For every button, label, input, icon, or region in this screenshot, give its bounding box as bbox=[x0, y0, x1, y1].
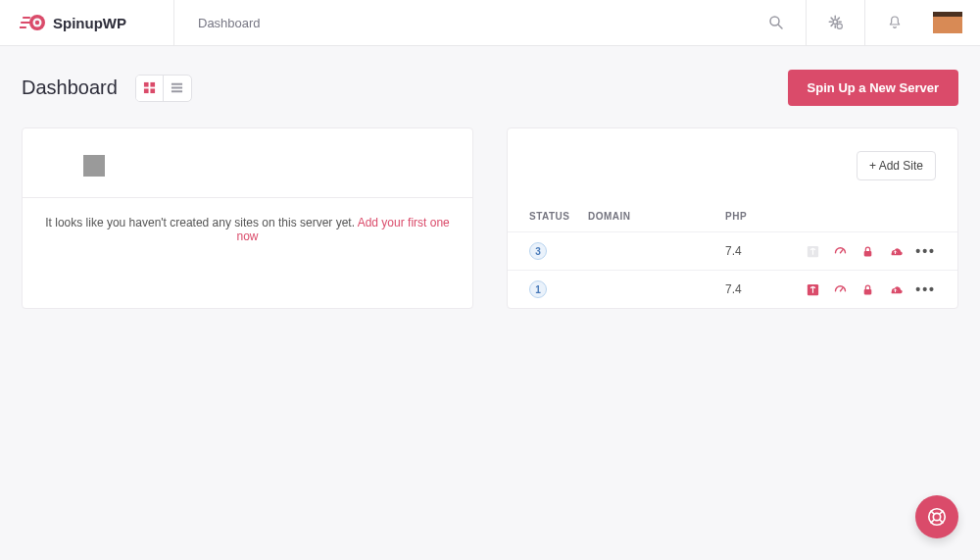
more-button[interactable]: ••• bbox=[915, 243, 936, 259]
breadcrumb[interactable]: Dashboard bbox=[174, 0, 747, 45]
logo-text: SpinupWP bbox=[53, 15, 126, 31]
server-card-header: + Add Site bbox=[508, 128, 957, 197]
view-toggle bbox=[135, 75, 192, 102]
row-actions: ••• bbox=[804, 243, 936, 259]
svg-point-5 bbox=[833, 20, 838, 25]
add-site-button[interactable]: + Add Site bbox=[857, 151, 936, 180]
lifebuoy-icon bbox=[926, 506, 948, 528]
svg-point-6 bbox=[837, 24, 842, 28]
svg-rect-19 bbox=[864, 288, 872, 293]
site-row[interactable]: 3 7.4 ••• bbox=[508, 231, 957, 270]
site-row[interactable]: 1 7.4 ••• bbox=[508, 270, 957, 308]
svg-line-18 bbox=[841, 287, 844, 290]
search-icon bbox=[767, 14, 785, 31]
svg-rect-9 bbox=[144, 88, 149, 93]
settings-button[interactable] bbox=[806, 0, 864, 45]
svg-point-21 bbox=[933, 513, 940, 520]
empty-state: It looks like you haven't created any si… bbox=[23, 198, 472, 265]
server-card-header bbox=[23, 128, 472, 197]
svg-line-4 bbox=[778, 25, 782, 28]
site-php: 7.4 bbox=[725, 244, 804, 258]
row-actions: ••• bbox=[804, 281, 936, 297]
app-header: SpinupWP Dashboard bbox=[0, 0, 980, 46]
page-header: Dashboard Spin Up a New Server bbox=[0, 46, 980, 127]
view-list-button[interactable] bbox=[164, 76, 191, 101]
more-button[interactable]: ••• bbox=[915, 281, 936, 297]
logo-icon bbox=[20, 12, 47, 33]
grid-icon bbox=[143, 81, 156, 94]
gear-icon bbox=[827, 14, 845, 31]
cache-icon[interactable] bbox=[833, 244, 848, 259]
status-badge: 3 bbox=[529, 242, 547, 260]
bell-icon bbox=[887, 14, 903, 31]
git-icon[interactable] bbox=[806, 244, 820, 259]
help-button[interactable] bbox=[915, 495, 958, 538]
notifications-button[interactable] bbox=[864, 0, 923, 45]
server-thumb bbox=[83, 155, 105, 177]
svg-rect-8 bbox=[150, 82, 155, 87]
column-status: STATUS bbox=[529, 211, 588, 222]
server-card: It looks like you haven't created any si… bbox=[22, 127, 473, 309]
site-php: 7.4 bbox=[725, 282, 804, 296]
search-button[interactable] bbox=[747, 0, 806, 45]
svg-line-15 bbox=[841, 249, 844, 252]
server-cards: It looks like you haven't created any si… bbox=[0, 127, 980, 309]
breadcrumb-text: Dashboard bbox=[198, 16, 261, 30]
svg-point-3 bbox=[770, 17, 779, 25]
view-grid-button[interactable] bbox=[136, 76, 164, 101]
sites-table-header: STATUS DOMAIN PHP bbox=[508, 197, 957, 231]
lock-icon[interactable] bbox=[860, 282, 875, 297]
list-icon bbox=[171, 81, 183, 94]
backup-icon[interactable] bbox=[888, 282, 903, 297]
git-icon[interactable] bbox=[806, 282, 820, 297]
page-title: Dashboard bbox=[22, 76, 118, 99]
header-actions bbox=[747, 0, 980, 45]
svg-rect-7 bbox=[144, 82, 149, 87]
svg-rect-16 bbox=[864, 250, 872, 255]
empty-state-text: It looks like you haven't created any si… bbox=[45, 216, 355, 229]
lock-icon[interactable] bbox=[860, 244, 875, 259]
server-card: + Add Site STATUS DOMAIN PHP 3 7.4 ••• 1 bbox=[507, 127, 958, 309]
logo[interactable]: SpinupWP bbox=[0, 0, 174, 45]
column-domain: DOMAIN bbox=[588, 211, 725, 222]
column-php: PHP bbox=[725, 211, 804, 222]
spin-up-server-button[interactable]: Spin Up a New Server bbox=[788, 70, 958, 106]
backup-icon[interactable] bbox=[888, 244, 903, 259]
svg-point-2 bbox=[35, 21, 39, 25]
cache-icon[interactable] bbox=[833, 282, 848, 297]
avatar[interactable] bbox=[933, 12, 962, 33]
status-badge: 1 bbox=[529, 280, 547, 298]
svg-rect-10 bbox=[150, 88, 155, 93]
